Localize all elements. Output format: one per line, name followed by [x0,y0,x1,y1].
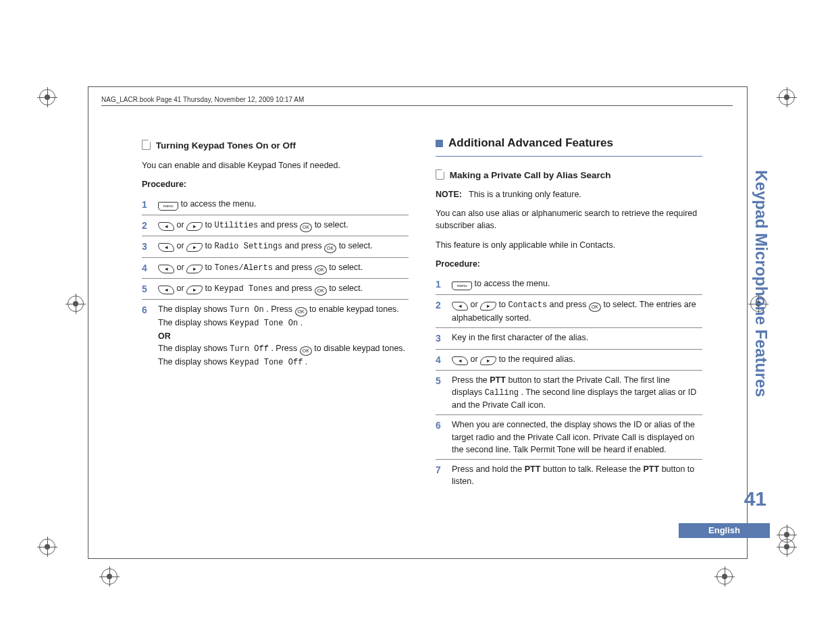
section-rule [436,156,702,157]
step-num: 6 [436,419,445,432]
ok-key-icon: OK [324,244,336,253]
left-title: Turning Keypad Tones On or Off [156,140,296,151]
left-column: Turning Keypad Tones On or Off You can e… [142,135,409,491]
r-step-7: 7 Press and hold the PTT button to talk.… [436,460,702,491]
language-tab: English [679,523,770,538]
step-num: 5 [142,282,151,296]
step-num: 4 [142,261,151,275]
step-2: 2 ◂ or ▸ to Utilities and press OK to se… [142,215,409,236]
ok-key-icon: OK [295,307,307,317]
step-num: 3 [436,331,445,345]
reg-mark-icon [101,568,118,585]
reg-mark-icon [39,539,55,555]
left-intro: You can enable and disable Keypad Tones … [142,159,409,171]
right-arrow-key-icon: ▸ [480,356,496,365]
side-tab-title: Keypad Microphone Features [752,170,771,397]
right-arrow-key-icon: ▸ [186,243,203,252]
step-5: 5 ◂ or ▸ to Keypad Tones and press OK to… [142,279,409,300]
left-arrow-key-icon: ◂ [158,222,174,231]
right-column: Additional Advanced Features Making a Pr… [436,135,702,491]
ok-key-icon: OK [315,286,327,296]
reg-mark-icon [39,89,55,105]
running-header: NAG_LACR.book Page 41 Thursday, November… [101,96,733,106]
ok-key-icon: OK [589,302,601,312]
r-step-6: 6 When you are connected, the display sh… [436,415,702,459]
step-3: 3 ◂ or ▸ to Radio Settings and press OK … [142,236,409,257]
step-4: 4 ◂ or ▸ to Tones/Alerts and press OK to… [142,258,409,279]
step-num: 3 [142,240,151,253]
r-step-1: 1 menu to access the menu. [436,274,702,295]
section-heading: Additional Advanced Features [436,135,702,152]
right-p1: You can also use alias or alphanumeric s… [436,207,702,232]
ok-key-icon: OK [300,223,312,232]
ok-key-icon: OK [300,346,312,356]
reg-mark-icon [716,568,733,585]
note-line: NOTE: This is a trunking only feature. [436,188,702,200]
page-number: 41 [744,487,766,510]
menu-key-icon: menu [158,202,178,211]
step-num: 6 [142,303,151,317]
right-subheading: Making a Private Call by Alias Search [436,169,702,182]
page-icon [436,169,444,180]
right-arrow-key-icon: ▸ [480,302,496,311]
menu-key-icon: menu [452,281,472,290]
right-title: Making a Private Call by Alias Search [450,170,611,180]
right-arrow-key-icon: ▸ [186,222,203,231]
reg-mark-icon [779,89,795,105]
right-arrow-key-icon: ▸ [186,265,203,273]
left-subheading: Turning Keypad Tones On or Off [142,139,409,153]
left-arrow-key-icon: ◂ [452,356,468,365]
step-num: 2 [142,219,151,232]
step-num: 7 [436,463,445,477]
step-6: 6 The display shows Turn On . Press OK t… [142,300,409,372]
step-num: 4 [436,353,445,367]
step-num: 2 [436,298,445,312]
right-procedure-label: Procedure: [436,258,702,270]
right-arrow-key-icon: ▸ [186,286,203,294]
step-num: 1 [142,198,151,211]
left-arrow-key-icon: ◂ [158,265,174,273]
step-num: 1 [436,277,445,291]
right-p2: This feature is only applicable while in… [436,239,702,251]
left-arrow-key-icon: ◂ [158,286,174,294]
section-square-icon [436,140,443,147]
step-1: 1 menu to access the menu. [142,194,409,215]
ok-key-icon: OK [315,265,327,275]
reg-mark-icon [779,527,795,543]
left-procedure-label: Procedure: [142,178,409,190]
r-step-3: 3 Key in the first character of the alia… [436,328,702,349]
left-arrow-key-icon: ◂ [452,302,468,311]
r-step-2: 2 ◂ or ▸ to Contacts and press OK to sel… [436,295,702,328]
r-step-5: 5 Press the PTT button to start the Priv… [436,371,702,416]
page-icon [142,140,151,150]
left-arrow-key-icon: ◂ [158,243,174,252]
r-step-4: 4 ◂ or ▸ to the required alias. [436,350,702,371]
step-num: 5 [436,374,445,387]
reg-mark-icon [68,296,84,312]
